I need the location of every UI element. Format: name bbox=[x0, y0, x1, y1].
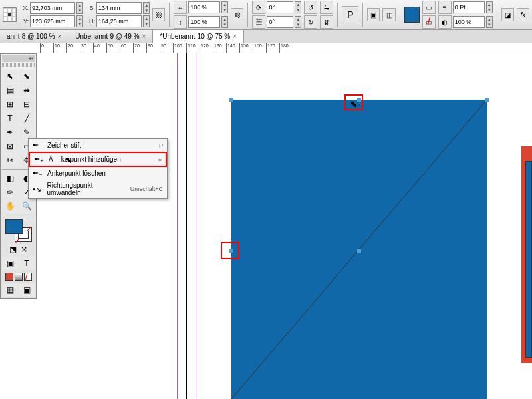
delete-anchor-icon: ✒₋ bbox=[33, 169, 43, 178]
flyout-shortcut: P bbox=[159, 142, 163, 149]
direct-selection-tool[interactable]: ⬊ bbox=[19, 70, 35, 83]
rotate-ccw-icon[interactable]: ↺ bbox=[304, 1, 317, 14]
opacity-icon: ◐ bbox=[438, 15, 452, 29]
blue-side-panel bbox=[525, 161, 532, 358]
formatting-text-icon[interactable]: T bbox=[19, 257, 35, 270]
rotate-input[interactable] bbox=[267, 1, 293, 13]
handle-center[interactable] bbox=[357, 249, 361, 253]
h-spinner[interactable]: ▲▼ bbox=[143, 15, 150, 27]
shear-input[interactable] bbox=[267, 16, 293, 28]
x-spinner[interactable]: ▲▼ bbox=[76, 2, 83, 14]
h-label: H: bbox=[86, 18, 95, 25]
close-icon[interactable]: × bbox=[233, 33, 237, 40]
apply-color[interactable] bbox=[5, 273, 13, 281]
type-tool[interactable]: T bbox=[2, 112, 18, 125]
height-input[interactable] bbox=[96, 15, 142, 27]
default-fill-stroke-icon[interactable]: ⬔ bbox=[9, 245, 18, 254]
flyout-label: Ankerpunkt löschen bbox=[47, 170, 106, 177]
handle-tl[interactable] bbox=[229, 98, 233, 102]
fill-swatch[interactable] bbox=[404, 7, 420, 23]
tab-label: *Unbenannt-10 @ 75 % bbox=[160, 33, 230, 40]
view-mode-preview[interactable]: ▣ bbox=[19, 283, 35, 297]
scale-y-input[interactable] bbox=[188, 16, 220, 28]
close-icon[interactable]: × bbox=[142, 33, 146, 40]
rot-spinner[interactable]: ▲▼ bbox=[295, 1, 301, 13]
margin-guide-left bbox=[177, 53, 178, 399]
gradient-tool[interactable]: ◧ bbox=[2, 172, 18, 185]
fill-stroke-swatch[interactable] bbox=[5, 219, 32, 242]
apply-gradient[interactable] bbox=[15, 273, 23, 281]
shear-spinner[interactable]: ▲▼ bbox=[295, 16, 301, 28]
hand-tool[interactable]: ✋ bbox=[2, 200, 18, 213]
pen-tool-flyout: ✒ Zeichenstift P ✒₊ Akerpunkt hinzufügen… bbox=[28, 138, 168, 199]
stroke-style-icon[interactable]: ▭ bbox=[422, 1, 436, 14]
tab-0[interactable]: annt-8 @ 100 %× bbox=[0, 30, 68, 43]
x-input[interactable] bbox=[30, 2, 75, 14]
shear-icon: ⬱ bbox=[252, 15, 265, 29]
apply-color-row: / bbox=[2, 273, 35, 281]
sx-spinner[interactable]: ▲▼ bbox=[221, 1, 228, 13]
paragraph-icon[interactable]: P bbox=[342, 6, 358, 23]
no-stroke-icon[interactable]: ▭/ bbox=[422, 15, 436, 29]
rectangle-frame-tool[interactable]: ⊠ bbox=[2, 140, 18, 153]
select-container-icon[interactable]: ▣ bbox=[367, 8, 380, 21]
y-input[interactable] bbox=[30, 15, 75, 27]
width-input[interactable] bbox=[96, 2, 142, 14]
swap-fill-stroke-icon[interactable]: ⤭ bbox=[19, 245, 29, 254]
flyout-delete-anchor[interactable]: ✒₋ Ankerpunkt löschen - bbox=[29, 167, 167, 180]
w-spinner[interactable]: ▲▼ bbox=[143, 2, 150, 14]
flyout-shortcut: Umschalt+C bbox=[130, 186, 163, 192]
flyout-convert-point[interactable]: ▪↘ Richtungspunkt umwandeln Umschalt+C bbox=[29, 180, 167, 198]
line-tool[interactable]: ╱ bbox=[19, 112, 35, 125]
note-tool[interactable]: ✑ bbox=[2, 186, 18, 199]
highlight-box-left bbox=[221, 242, 239, 259]
canvas[interactable]: ⬉▫ bbox=[40, 53, 532, 399]
stroke-weight-input[interactable] bbox=[453, 1, 485, 13]
panel-grip[interactable] bbox=[2, 63, 35, 67]
gap-tool[interactable]: ⬌ bbox=[19, 84, 35, 97]
y-spinner[interactable]: ▲▼ bbox=[76, 15, 83, 27]
flip-v-icon[interactable]: ⇵ bbox=[320, 15, 333, 29]
close-icon[interactable]: × bbox=[57, 33, 61, 40]
effects-icon[interactable]: ◪ bbox=[501, 8, 514, 21]
fx-icon[interactable]: fx bbox=[517, 8, 529, 21]
selection-tool[interactable]: ⬉ bbox=[2, 70, 18, 83]
flyout-pen[interactable]: ✒ Zeichenstift P bbox=[29, 139, 167, 152]
scissors-tool[interactable]: ✂ bbox=[2, 154, 18, 167]
select-content-icon[interactable]: ◫ bbox=[382, 8, 395, 21]
handle-tr[interactable] bbox=[485, 98, 489, 102]
opacity-input[interactable] bbox=[453, 16, 485, 28]
flyout-add-anchor[interactable]: ✒₊ Akerpunkt hinzufügen = ⬉ bbox=[29, 152, 167, 167]
flyout-label: Zeichenstift bbox=[47, 142, 81, 149]
x-label: X: bbox=[19, 5, 29, 11]
rotate-cw-icon[interactable]: ↻ bbox=[304, 15, 317, 29]
panel-collapse-icon[interactable]: ◂◂ bbox=[28, 55, 33, 62]
pencil-tool[interactable]: ✎ bbox=[19, 126, 35, 139]
page-tool[interactable]: ▤ bbox=[2, 84, 18, 97]
flip-h-icon[interactable]: ⇋ bbox=[320, 1, 333, 14]
apply-none[interactable]: / bbox=[24, 273, 32, 281]
formatting-container-icon[interactable]: ▣ bbox=[2, 257, 18, 270]
view-mode-normal[interactable]: ▦ bbox=[2, 283, 18, 297]
cursor-icon: ⬉▫ bbox=[350, 98, 360, 109]
reference-point-grid[interactable] bbox=[3, 7, 17, 22]
scale-x-icon: ↔ bbox=[174, 1, 187, 14]
convert-point-icon: ▪↘ bbox=[33, 185, 43, 194]
stroke-spinner[interactable]: ▲▼ bbox=[486, 1, 493, 13]
constrain-proportions-icon[interactable]: ⛓ bbox=[152, 8, 165, 21]
content-collector-tool[interactable]: ⊞ bbox=[2, 98, 18, 111]
flyout-label: Richtungspunkt umwandeln bbox=[47, 182, 126, 196]
stroke-weight-icon: ≡ bbox=[438, 1, 452, 14]
pen-tool[interactable]: ✒ bbox=[2, 126, 18, 139]
opacity-spinner[interactable]: ▲▼ bbox=[486, 16, 493, 28]
fill-swatch[interactable] bbox=[5, 219, 23, 234]
constrain-scale-icon[interactable]: ⛓ bbox=[231, 8, 243, 21]
scale-x-input[interactable] bbox=[188, 1, 220, 13]
horizontal-ruler[interactable]: 01020 304050 607080 90100110 120130140 1… bbox=[40, 43, 532, 53]
zoom-tool[interactable]: 🔍 bbox=[19, 200, 35, 213]
tab-1[interactable]: Unbenannt-9 @ 49 %× bbox=[68, 30, 153, 43]
add-anchor-icon: ✒₊ bbox=[34, 155, 45, 164]
content-placer-tool[interactable]: ⊟ bbox=[19, 98, 35, 111]
tab-2[interactable]: *Unbenannt-10 @ 75 %× bbox=[153, 30, 244, 43]
sy-spinner[interactable]: ▲▼ bbox=[221, 16, 228, 28]
